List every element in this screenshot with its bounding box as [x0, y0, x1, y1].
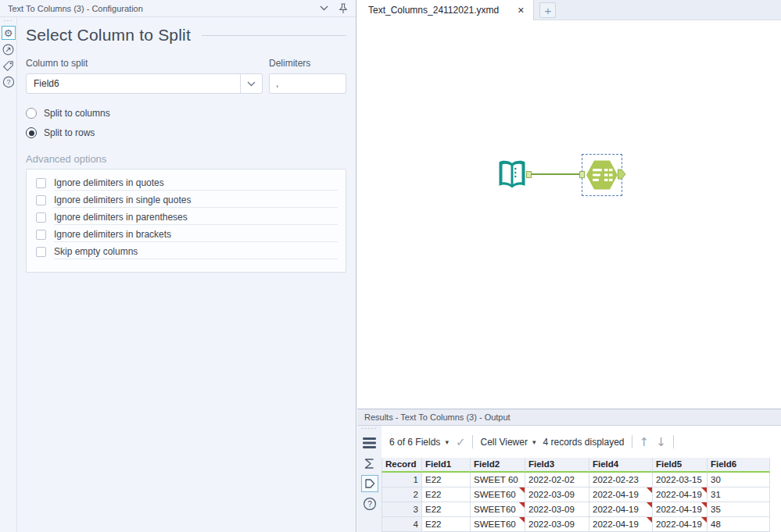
input-data-tool[interactable]	[498, 159, 526, 190]
close-tab-icon[interactable]: ×	[518, 5, 524, 16]
workflow-tab-label: Text_Columns_24112021.yxmd	[368, 5, 499, 16]
table-cell[interactable]: SWEET60	[471, 517, 525, 532]
input-anchor-button[interactable]	[361, 455, 378, 472]
col-header-field1[interactable]: Field1	[422, 458, 471, 473]
table-cell[interactable]: SWEET60	[471, 487, 525, 502]
col-header-field4[interactable]: Field4	[589, 458, 653, 473]
table-cell[interactable]: 31	[708, 487, 770, 502]
results-help-button[interactable]: ?	[361, 495, 378, 512]
table-cell[interactable]: 2022-04-19	[589, 487, 653, 502]
record-number-cell[interactable]: 3	[382, 502, 422, 517]
radio-split-to-columns[interactable]: Split to columns	[26, 105, 346, 122]
annotation-tab-button[interactable]	[2, 59, 16, 73]
checkbox[interactable]	[36, 178, 46, 188]
panel-drag-handle[interactable]: ···	[4, 18, 13, 23]
col-header-field3[interactable]: Field3	[525, 458, 589, 473]
new-tab-button[interactable]: +	[539, 2, 556, 18]
col-header-field2[interactable]: Field2	[471, 458, 525, 473]
records-displayed: 4 records displayed	[543, 437, 624, 448]
results-drag-handle[interactable]: ·····	[362, 426, 378, 431]
table-cell[interactable]: 2022-04-19	[653, 517, 708, 532]
checkbox[interactable]	[36, 195, 46, 205]
col-header-record[interactable]: Record	[382, 458, 422, 473]
table-header-row: RecordField1Field2Field3Field4Field5Fiel…	[382, 458, 770, 473]
configuration-tab-button[interactable]: ⚙	[2, 26, 16, 40]
navigation-tab-button[interactable]	[2, 42, 16, 56]
combo-dropdown-button[interactable]	[240, 74, 262, 93]
fields-dropdown[interactable]: 6 of 6 Fields ▾	[389, 437, 449, 448]
checkbox[interactable]	[36, 247, 46, 257]
table-cell[interactable]: 48	[708, 517, 770, 532]
table-row: 4E22SWEET602022-03-092022-04-192022-04-1…	[382, 517, 770, 532]
checkbox-row-ignore-delimiters-in-quotes[interactable]: Ignore delimiters in quotes	[36, 174, 338, 191]
apply-check-icon[interactable]: ✓	[456, 435, 466, 449]
checkbox-label: Ignore delimiters in brackets	[54, 229, 171, 240]
col-header-label: Field3	[528, 459, 554, 469]
metadata-icon	[363, 437, 376, 448]
table-cell[interactable]: 30	[708, 473, 770, 487]
record-number-cell[interactable]: 4	[382, 517, 422, 532]
checkbox-row-skip-empty-columns[interactable]: Skip empty columns	[36, 243, 338, 260]
page-title: Select Column to Split	[26, 26, 191, 45]
table-cell[interactable]: E22	[422, 473, 471, 487]
scroll-down-button[interactable]: ↓	[656, 435, 666, 449]
split-mode-radio-group: Split to columnsSplit to rows	[26, 105, 346, 141]
output-anchor-arrow-icon	[618, 169, 626, 180]
table-cell[interactable]: 2022-03-09	[525, 517, 589, 532]
tag-icon	[2, 60, 14, 72]
table-cell[interactable]: SWEET60	[471, 502, 525, 517]
cell-viewer-dropdown[interactable]: Cell Viewer ▾	[480, 437, 536, 448]
col-header-field6[interactable]: Field6	[708, 458, 770, 473]
workflow-canvas[interactable]	[357, 20, 781, 409]
table-cell[interactable]: E22	[422, 487, 471, 502]
table-cell[interactable]: 2022-04-19	[589, 502, 653, 517]
toolbar-divider	[632, 435, 632, 448]
table-cell[interactable]: 2022-03-15	[653, 473, 708, 487]
col-header-field5[interactable]: Field5	[653, 458, 708, 473]
table-cell[interactable]: 2022-02-02	[525, 473, 589, 487]
delimiters-input[interactable]: ,	[269, 73, 346, 94]
radio-circle-icon	[26, 127, 37, 138]
table-cell[interactable]: E22	[422, 517, 471, 532]
record-number-cell[interactable]: 2	[382, 487, 422, 502]
table-cell[interactable]: 2022-04-19	[589, 517, 653, 532]
radio-label: Split to rows	[44, 127, 95, 138]
navigation-icon	[2, 44, 14, 55]
checkbox[interactable]	[36, 212, 46, 223]
table-cell[interactable]: 35	[708, 502, 770, 517]
cell-warning-marker-icon	[701, 502, 707, 508]
output-anchor-button[interactable]	[361, 475, 378, 492]
table-cell[interactable]: 2022-04-19	[653, 487, 708, 502]
checkbox[interactable]	[36, 230, 46, 240]
checkbox-row-ignore-delimiters-in-parentheses[interactable]: Ignore delimiters in parentheses	[36, 209, 338, 226]
checkbox-row-ignore-delimiters-in-brackets[interactable]: Ignore delimiters in brackets	[36, 226, 338, 243]
table-cell[interactable]: SWEET 60	[471, 473, 525, 487]
fields-summary: 6 of 6 Fields	[389, 437, 440, 448]
radio-label: Split to columns	[44, 108, 110, 119]
text-to-columns-output-anchor[interactable]	[618, 169, 626, 180]
help-tab-button[interactable]: ?	[2, 75, 16, 89]
table-cell[interactable]: 2022-03-09	[525, 502, 589, 517]
table-cell[interactable]: 2022-02-23	[589, 473, 653, 487]
column-to-split-select[interactable]: Field6	[26, 73, 263, 94]
collapse-chevron-icon[interactable]	[320, 5, 328, 11]
radio-split-to-rows[interactable]: Split to rows	[26, 124, 346, 141]
checkbox-row-ignore-delimiters-in-single-quotes[interactable]: Ignore delimiters in single quotes	[36, 191, 338, 209]
workflow-tab[interactable]: Text_Columns_24112021.yxmd ×	[357, 0, 534, 20]
table-cell[interactable]: 2022-04-19	[653, 502, 708, 517]
pin-icon[interactable]	[339, 3, 348, 14]
table-cell[interactable]: E22	[422, 502, 471, 517]
results-content: 6 of 6 Fields ▾ ✓ Cell Viewer ▾ 4 record…	[382, 426, 781, 532]
table-cell[interactable]: 2022-03-09	[525, 487, 589, 502]
text-to-columns-tool[interactable]	[586, 159, 618, 191]
column-to-split-label: Column to split	[26, 58, 263, 69]
text-to-columns-input-anchor[interactable]	[579, 171, 585, 178]
metadata-toggle-button[interactable]	[361, 434, 378, 452]
scroll-up-button[interactable]: ↑	[639, 435, 650, 449]
document-tab-bar: Text_Columns_24112021.yxmd × +	[357, 0, 781, 20]
results-caption-bar: Results - Text To Columns (3) - Output	[357, 409, 781, 426]
record-number-cell[interactable]: 1	[382, 473, 422, 487]
gear-icon: ⚙	[4, 28, 13, 38]
chevron-down-icon: ▾	[532, 438, 536, 446]
input-tool-output-anchor[interactable]	[526, 171, 532, 178]
